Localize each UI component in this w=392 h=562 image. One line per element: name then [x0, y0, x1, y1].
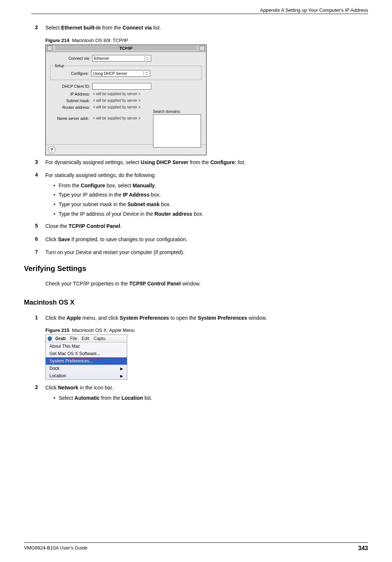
bullet-icon: • — [53, 191, 59, 199]
t: box. — [192, 211, 203, 217]
t: list. — [143, 395, 152, 401]
header-rule — [31, 14, 368, 14]
t: if prompted, to save changes to your con… — [70, 236, 187, 242]
t: For dynamically assigned settings, selec… — [45, 159, 141, 165]
menubar-edit[interactable]: Edit — [81, 336, 89, 341]
step-3: 3 For dynamically assigned settings, sel… — [35, 159, 368, 166]
menu-location[interactable]: Location▶ — [46, 372, 127, 379]
menu-getsw[interactable]: Get Mac OS X Software... — [46, 350, 127, 357]
bullet-icon: • — [53, 182, 59, 190]
b: Ethernet built-in — [61, 25, 101, 31]
b: System Preferences — [120, 315, 169, 321]
label-connect-via: Connect via: — [50, 56, 92, 60]
t: in the icon bar. — [78, 385, 113, 391]
bt: Type the IP address of your Device in th… — [59, 211, 204, 218]
bullet-4a: •From the Configure box, select Manually… — [53, 182, 368, 190]
t: from the — [100, 395, 121, 401]
apple-icon[interactable] — [47, 336, 52, 341]
connect-via-dropdown[interactable]: Ethernet — [92, 55, 151, 62]
label-configure: Configure: — [53, 71, 91, 76]
osx-step-2-bullets: •Select Automatic from the Location list… — [53, 395, 368, 402]
step-3-num: 3 — [35, 159, 45, 166]
router-value: < will be supplied by server > — [92, 105, 141, 109]
step-3-text: For dynamically assigned settings, selec… — [45, 159, 368, 166]
label-dhcp-client: DHCP Client ID: — [50, 84, 92, 89]
figure-215-menu: Grab File Edit Captu About This Mac Get … — [45, 334, 127, 380]
footer: VMG8924-B10A User's Guide 343 — [24, 542, 368, 552]
menu-about[interactable]: About This Mac — [46, 343, 127, 350]
bullet-4b: •Type your IP address in the IP Address … — [53, 191, 368, 199]
window-content: Connect via: Ethernet Setup Configure: U… — [46, 52, 206, 144]
bullet-4c: •Type your subnet mask in the Subnet mas… — [53, 201, 368, 208]
setup-legend: Setup — [53, 64, 65, 68]
b: Location — [121, 395, 143, 401]
zoom-icon[interactable] — [200, 46, 205, 51]
t: . — [155, 183, 156, 188]
menubar: Grab File Edit Captu — [46, 335, 127, 343]
titlebar: TCP/IP — [46, 45, 206, 52]
b: System Preferences — [198, 315, 247, 321]
bt: Type your subnet mask in the Subnet mask… — [59, 201, 171, 208]
heading-osx: Macintosh OS X — [24, 299, 368, 306]
step-4-num: 4 — [35, 172, 45, 179]
figure-214-caption: Figure 214 Macintosh OS 8/9: TCP/IP — [45, 38, 368, 43]
step-5-num: 5 — [35, 223, 45, 230]
step-4-text: For statically assigned settings, do the… — [45, 172, 368, 179]
titlebar-lines — [55, 46, 125, 51]
bullet-4d: •Type the IP address of your Device in t… — [53, 211, 368, 218]
b: Router address — [155, 211, 192, 217]
configure-dropdown[interactable]: Using DHCP Server — [91, 70, 150, 77]
t: Select — [45, 25, 61, 31]
t: window. — [181, 281, 201, 287]
label-subnet: Subnet mask: — [50, 98, 92, 103]
dhcp-client-input[interactable] — [92, 83, 151, 90]
titlebar-lines — [128, 46, 197, 51]
apple-menu: About This Mac Get Mac OS X Software... … — [46, 343, 127, 379]
step-5-text: Close the TCP/IP Control Panel. — [45, 223, 368, 230]
search-domains-group: Search domains: — [153, 110, 201, 148]
page-number: 343 — [358, 545, 368, 552]
t: Check your TCP/IP properties in the — [45, 281, 129, 287]
osx-step-1-text: Click the Apple menu, and click System P… — [45, 315, 368, 322]
setup-group: Setup Configure: Using DHCP Server — [50, 64, 202, 80]
t: Select — [59, 395, 74, 401]
t: menu, and click — [81, 315, 119, 321]
help-icon[interactable]: ? — [48, 146, 55, 153]
t: Click — [45, 385, 58, 391]
verify-text: Check your TCP/IP properties in the TCP/… — [45, 280, 368, 288]
bullet-icon: • — [53, 211, 59, 218]
step-4: 4 For statically assigned settings, do t… — [35, 172, 368, 179]
menubar-grab[interactable]: Grab — [55, 336, 66, 341]
label-search: Search domains: — [153, 110, 201, 114]
step-5: 5 Close the TCP/IP Control Panel. — [35, 223, 368, 230]
t: window. — [247, 315, 267, 321]
b: IP Address — [123, 192, 149, 198]
close-icon[interactable] — [47, 46, 52, 51]
step-6-text: Click Save if prompted, to save changes … — [45, 236, 368, 243]
t: box. — [149, 192, 160, 198]
t: From the — [59, 183, 81, 188]
label: Location — [49, 373, 66, 378]
step-4-bullets: •From the Configure box, select Manually… — [53, 182, 368, 218]
fignum: Figure 214 — [45, 38, 69, 43]
b: Configure — [81, 183, 105, 188]
menubar-file[interactable]: File — [70, 336, 77, 341]
bt: Select Automatic from the Location list. — [59, 395, 152, 402]
step-6-num: 6 — [35, 236, 45, 243]
t: list. — [236, 159, 246, 165]
menu-dock[interactable]: Dock▶ — [46, 365, 127, 372]
b: TCP/IP Control Panel — [129, 281, 181, 287]
osx-step-2-num: 2 — [35, 384, 45, 392]
b: Apple — [67, 315, 81, 321]
t: to open the — [169, 315, 198, 321]
t: Type your IP address in the — [59, 192, 123, 198]
footer-guide: VMG8924-B10A User's Guide — [24, 545, 87, 552]
osx-step-2: 2 Click Network in the icon bar. — [35, 384, 368, 392]
menu-sysprefs[interactable]: System Preferences... — [46, 357, 127, 365]
b: Network — [58, 385, 78, 391]
search-domains-input[interactable] — [153, 114, 201, 148]
menubar-captu[interactable]: Captu — [94, 336, 105, 341]
ns-value: < will be supplied by server > — [92, 116, 141, 120]
bt: From the Configure box, select Manually. — [59, 182, 156, 190]
t: list. — [152, 25, 161, 31]
